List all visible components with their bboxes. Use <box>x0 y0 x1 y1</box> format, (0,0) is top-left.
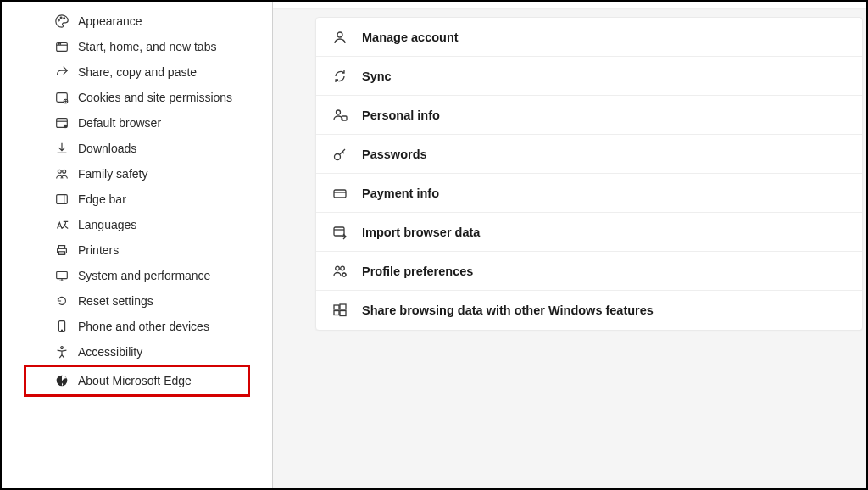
account-icon <box>331 29 348 46</box>
row-label: Import browser data <box>362 226 480 239</box>
svg-point-19 <box>61 347 64 349</box>
import-icon <box>331 224 348 241</box>
sidebar-item-label: Default browser <box>54 116 161 130</box>
share-icon <box>54 64 70 80</box>
sidebar-item-downloads[interactable]: Downloads <box>2 136 272 161</box>
svg-point-4 <box>58 43 59 44</box>
svg-rect-16 <box>57 272 68 279</box>
row-sync[interactable]: Sync <box>316 57 862 96</box>
row-label: Manage account <box>362 31 459 44</box>
reset-icon <box>54 293 70 309</box>
row-label: Sync <box>362 70 392 83</box>
sidebar-item-languages[interactable]: Languages <box>2 212 272 237</box>
sidebar-item-cookies[interactable]: Cookies and site permissions <box>2 85 272 110</box>
sidebar-item-start-home[interactable]: Start, home, and new tabs <box>2 34 272 59</box>
printer-icon <box>54 242 70 258</box>
svg-point-11 <box>63 170 66 173</box>
svg-rect-12 <box>57 195 68 204</box>
sidebar-item-phone[interactable]: Phone and other devices <box>2 314 272 339</box>
sidebar-item-label: System and performance <box>54 269 210 282</box>
row-label: Share browsing data with other Windows f… <box>362 303 654 317</box>
family-icon <box>54 166 70 181</box>
svg-rect-33 <box>340 311 346 316</box>
browser-icon <box>54 115 70 131</box>
windows-icon <box>331 302 348 319</box>
svg-point-10 <box>58 170 61 173</box>
phone-icon <box>54 319 70 334</box>
svg-point-28 <box>341 266 345 270</box>
svg-rect-14 <box>58 246 64 249</box>
top-divider <box>273 2 866 8</box>
sidebar-item-label: Start, home, and new tabs <box>54 40 216 53</box>
sidebar-item-system[interactable]: System and performance <box>2 263 272 288</box>
svg-point-24 <box>335 153 341 159</box>
svg-point-0 <box>58 19 60 21</box>
svg-point-18 <box>61 330 62 331</box>
system-icon <box>54 268 70 283</box>
row-import-data[interactable]: Import browser data <box>316 213 862 252</box>
svg-point-27 <box>336 266 340 270</box>
settings-sidebar: Appearance Start, home, and new tabs Sha… <box>2 2 273 488</box>
edgebar-icon <box>54 192 70 207</box>
svg-rect-26 <box>334 227 344 236</box>
accessibility-icon <box>54 344 70 359</box>
edge-icon <box>54 373 70 388</box>
svg-point-2 <box>64 18 65 19</box>
palette-icon <box>54 14 70 29</box>
svg-point-21 <box>337 32 342 37</box>
row-label: Payment info <box>362 187 439 200</box>
sidebar-item-printers[interactable]: Printers <box>2 237 272 263</box>
sync-icon <box>331 68 348 85</box>
svg-point-29 <box>342 273 346 276</box>
svg-point-9 <box>64 125 68 129</box>
sidebar-item-label: Share, copy and paste <box>54 65 197 79</box>
profile-pref-icon <box>331 263 348 280</box>
svg-rect-32 <box>334 311 339 315</box>
row-manage-account[interactable]: Manage account <box>316 18 862 57</box>
sidebar-item-label: About Microsoft Edge <box>54 374 192 387</box>
svg-point-5 <box>60 43 61 44</box>
settings-main: Manage account Sync Personal info Passwo… <box>273 2 866 488</box>
sidebar-item-about-edge[interactable]: About Microsoft Edge <box>25 366 248 395</box>
svg-point-22 <box>337 110 341 114</box>
row-label: Passwords <box>362 148 427 161</box>
svg-rect-30 <box>334 305 339 309</box>
svg-rect-25 <box>334 190 346 198</box>
row-label: Profile preferences <box>362 264 473 278</box>
row-share-windows[interactable]: Share browsing data with other Windows f… <box>316 291 862 330</box>
sidebar-item-share[interactable]: Share, copy and paste <box>2 59 272 85</box>
sidebar-item-default-browser[interactable]: Default browser <box>2 110 272 136</box>
row-personal-info[interactable]: Personal info <box>316 96 862 135</box>
sidebar-item-family[interactable]: Family safety <box>2 161 272 187</box>
card-icon <box>331 185 348 202</box>
row-label: Personal info <box>362 109 440 122</box>
sidebar-item-label: Cookies and site permissions <box>54 91 232 104</box>
svg-rect-31 <box>340 304 346 309</box>
personal-info-icon <box>331 107 348 124</box>
sidebar-item-accessibility[interactable]: Accessibility <box>2 339 272 365</box>
tab-icon <box>54 39 70 54</box>
row-payment-info[interactable]: Payment info <box>316 174 862 213</box>
cookie-icon <box>54 90 70 105</box>
row-profile-preferences[interactable]: Profile preferences <box>316 252 862 291</box>
row-passwords[interactable]: Passwords <box>316 135 862 174</box>
download-icon <box>54 141 70 156</box>
languages-icon <box>54 217 70 232</box>
svg-point-1 <box>60 17 62 19</box>
sidebar-item-appearance[interactable]: Appearance <box>2 8 272 34</box>
sidebar-item-label: Phone and other devices <box>54 320 209 333</box>
sidebar-item-reset[interactable]: Reset settings <box>2 288 272 314</box>
key-icon <box>331 146 348 163</box>
sidebar-item-edge-bar[interactable]: Edge bar <box>2 187 272 212</box>
profile-panel: Manage account Sync Personal info Passwo… <box>315 17 863 331</box>
